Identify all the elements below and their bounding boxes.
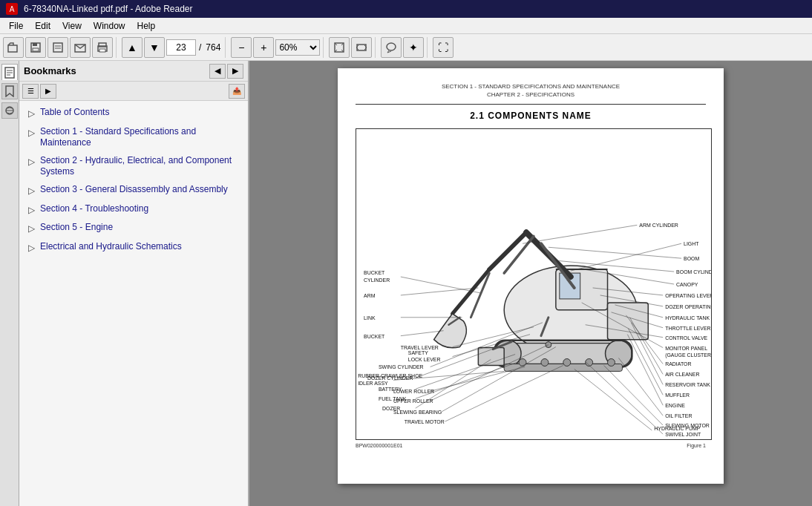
edit-button[interactable] [48, 37, 68, 58]
svg-rect-0 [8, 45, 17, 52]
label-travel-lever: TRAVEL LEVER [401, 345, 439, 350]
label-monitor-panel: MONITOR PANEL [665, 346, 707, 351]
prev-page-button[interactable]: ▲ [122, 37, 143, 58]
zoom-out-button[interactable]: − [231, 37, 252, 58]
menu-edit[interactable]: Edit [29, 19, 56, 33]
bookmark-item-sec4[interactable]: ▷ Section 4 - Troubleshooting [19, 200, 248, 220]
panel-header: Bookmarks ◀ ▶ [19, 61, 248, 82]
bookmark-icon-sec2: ▷ [28, 157, 36, 168]
panel-nav-prev[interactable]: ◀ [209, 64, 226, 79]
title-bar: A 6-78340NA-Linked pdf.pdf - Adobe Reade… [0, 0, 812, 18]
bookmark-item-sec5[interactable]: ▷ Section 5 - Engine [19, 219, 248, 238]
svg-rect-10 [99, 49, 105, 52]
svg-rect-3 [33, 48, 39, 51]
print-button[interactable] [92, 37, 113, 58]
label-canopy: CANOPY [676, 282, 698, 287]
bookmark-icon-sec1: ▷ [28, 128, 36, 139]
label-upper-roller: UPPER ROLLER [393, 398, 433, 404]
label-oil-filter: OIL FILTER [665, 413, 692, 418]
pdf-main-title: 2.1 COMPONENTS NAME [356, 111, 706, 121]
label-rubber-crawler: RUBBER CRAWLER SHOE [358, 373, 422, 378]
fullscreen-button[interactable]: ⛶ [433, 37, 454, 58]
menu-help[interactable]: Help [131, 19, 162, 33]
bookmark-icon-sec4: ▷ [28, 205, 36, 217]
label-swing-cyl: SWING CYLINDER [379, 364, 424, 369]
panel-export-button[interactable]: 📤 [229, 84, 245, 99]
app-icon: A [6, 3, 18, 15]
panel-toolbar: ☰ ▶ 📤 [19, 82, 248, 101]
label-arm-cylinder: ARM CYLINDER [639, 223, 678, 228]
label-swivel-joint: SWIVEL JOINT [665, 432, 701, 437]
menu-file[interactable]: File [3, 19, 29, 33]
side-icon-page[interactable] [1, 64, 18, 80]
side-icon-link[interactable] [1, 102, 18, 119]
toolbar-separator-1 [116, 37, 119, 58]
menu-window[interactable]: Window [88, 19, 131, 33]
page-number-input[interactable] [166, 39, 196, 56]
bookmark-icon-elec: ▷ [28, 243, 36, 254]
panel-expand-button[interactable]: ▶ [40, 84, 56, 99]
send-button[interactable] [70, 37, 91, 58]
toolbar-separator-3 [323, 37, 326, 58]
label-light: LIGHT [684, 241, 699, 246]
pdf-part-number: BPW020000001E01 [356, 443, 402, 448]
menu-bar: File Edit View Window Help [0, 18, 812, 34]
svg-text:CYLINDER: CYLINDER [364, 277, 390, 283]
zoom-select[interactable]: 60% 75% 100% [275, 39, 320, 56]
bookmark-list: ▷ Table of Contents ▷ Section 1 - Standa… [19, 101, 248, 506]
total-pages: 764 [204, 42, 222, 53]
bookmark-text-sec3: Section 3 - General Disassembly and Asse… [40, 184, 228, 196]
panel-toolbar-left: ☰ ▶ [22, 84, 56, 99]
pdf-area[interactable]: SECTION 1 - STANDARD SPECIFICATIONS AND … [249, 61, 812, 506]
label-gauge-cluster: (GAUGE CLUSTER) [665, 352, 711, 358]
bookmark-text-sec2: Section 2 - Hydraulic, Electrical, and C… [40, 155, 242, 178]
pdf-footer: BPW020000001E01 Figure 1 [356, 443, 706, 448]
svg-point-41 [541, 359, 549, 367]
svg-point-42 [563, 359, 571, 367]
label-safety: SAFETY [408, 350, 428, 355]
bookmark-item-elec[interactable]: ▷ Electrical and Hydraulic Schematics [19, 238, 248, 257]
bookmark-text-toc: Table of Contents [40, 107, 109, 119]
svg-line-47 [571, 243, 681, 271]
label-control-valve: CONTROL VALVE [665, 335, 707, 341]
svg-text:IDLER ASSY: IDLER ASSY [358, 381, 388, 386]
fit-width-button[interactable] [351, 37, 372, 58]
label-lower-roller: LOWER ROLLER [393, 389, 434, 394]
save-button[interactable] [25, 37, 46, 58]
svg-rect-4 [53, 43, 62, 52]
fit-page-button[interactable] [329, 37, 350, 58]
label-bucket: BUCKET [364, 334, 385, 339]
comment-button[interactable] [381, 37, 402, 58]
svg-line-65 [574, 369, 652, 430]
svg-rect-2 [33, 43, 37, 46]
bookmark-text-elec: Electrical and Hydraulic Schematics [40, 241, 182, 253]
bookmark-item-sec1[interactable]: ▷ Section 1 - Standard Specifications an… [19, 123, 248, 152]
open-button[interactable] [3, 37, 24, 58]
bookmark-icon-sec5: ▷ [28, 223, 36, 235]
menu-view[interactable]: View [56, 19, 88, 33]
next-page-button[interactable]: ▼ [144, 37, 165, 58]
panel-menu-button[interactable]: ☰ [22, 84, 39, 99]
bookmark-item-sec3[interactable]: ▷ Section 3 - General Disassembly and As… [19, 181, 248, 200]
bookmark-text-sec5: Section 5 - Engine [40, 222, 113, 234]
bookmark-text-sec4: Section 4 - Troubleshooting [40, 203, 148, 215]
bookmark-icon-sec3: ▷ [28, 185, 36, 197]
label-hydraulic-pump: HYDRAULIC PUMP [654, 426, 701, 431]
svg-line-84 [445, 365, 563, 421]
diagram-container: ARM CYLINDER LIGHT BOOM BOOM CYLINDER CA… [356, 128, 712, 440]
svg-point-40 [519, 359, 526, 367]
stamp-button[interactable]: ✦ [403, 37, 424, 58]
label-throttle-lever: THROTTLE LEVER [665, 326, 710, 331]
label-hydraulic-tank: HYDRAULIC TANK [665, 315, 710, 321]
bookmark-item-sec2[interactable]: ▷ Section 2 - Hydraulic, Electrical, and… [19, 152, 248, 181]
label-op-lever: OPERATING LEVER [665, 293, 711, 298]
svg-line-66 [401, 277, 480, 293]
toolbar-separator-5 [427, 37, 430, 58]
panel-nav-next[interactable]: ▶ [227, 64, 243, 79]
zoom-in-button[interactable]: + [253, 37, 274, 58]
side-icon-bookmark[interactable] [1, 83, 18, 99]
label-dozer-op-lever: DOZER OPERATING LEVER [665, 304, 711, 309]
bookmark-item-toc[interactable]: ▷ Table of Contents [19, 104, 248, 123]
svg-point-13 [387, 43, 396, 50]
label-arm: ARM [364, 293, 376, 298]
